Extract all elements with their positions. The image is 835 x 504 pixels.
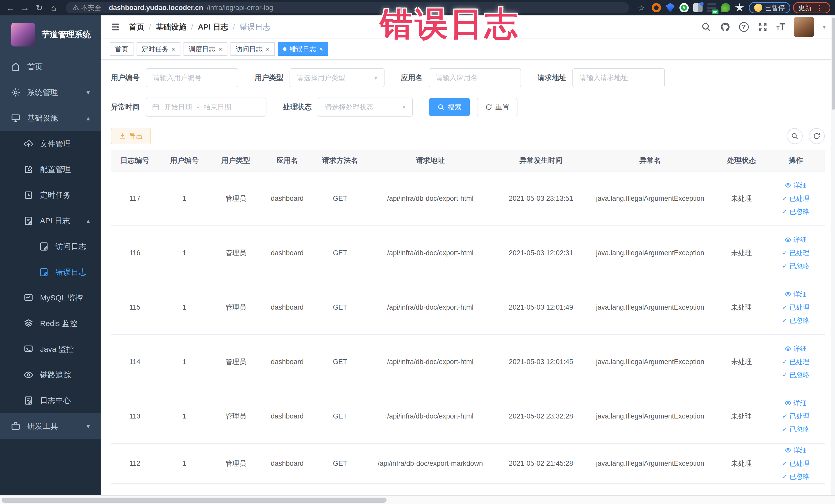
mark-ignored-link[interactable]: ✓已忽略 (782, 472, 809, 481)
date-separator: - (197, 103, 199, 111)
chevron-down-icon: ▾ (86, 422, 90, 430)
mark-processed-link[interactable]: ✓已处理 (782, 357, 809, 366)
browser-forward-icon[interactable]: → (19, 2, 31, 14)
cell-app-name: dashboard (262, 460, 313, 467)
tab-home[interactable]: 首页 (110, 42, 134, 56)
mark-ignored-link[interactable]: ✓已忽略 (782, 207, 809, 216)
detail-link[interactable]: 详细 (785, 181, 807, 190)
detail-link[interactable]: 详细 (785, 290, 807, 299)
close-icon[interactable]: × (171, 45, 175, 53)
sidebar-item-dev-tools[interactable]: 研发工具 ▾ (0, 414, 101, 439)
tab-job-log[interactable]: 调度日志 × (184, 42, 227, 56)
breadcrumb-item[interactable]: 首页 (129, 22, 144, 32)
scrollbar-thumb[interactable] (2, 498, 387, 503)
breadcrumb-separator: / (191, 23, 193, 31)
extensions-puzzle-icon[interactable] (735, 3, 744, 12)
address-bar[interactable]: 不安全 dashboard.yudao.iocoder.cn /infra/lo… (66, 2, 629, 13)
gear-icon (11, 87, 21, 97)
bookmark-star-icon[interactable]: ☆ (635, 2, 647, 14)
sidebar-item-scheduled-jobs[interactable]: 定时任务 (0, 182, 101, 208)
sidebar-item-redis-monitor[interactable]: Redis 监控 (0, 311, 101, 336)
font-size-icon[interactable]: TT (776, 22, 785, 32)
mark-ignored-link[interactable]: ✓已忽略 (782, 370, 809, 380)
sidebar-item-log-center[interactable]: 日志中心 (0, 388, 101, 414)
app-name-input[interactable] (429, 68, 521, 87)
request-url-input[interactable] (572, 68, 665, 87)
tab-error-log[interactable]: 错误日志 × (278, 42, 328, 56)
not-secure-warning[interactable]: 不安全 (73, 3, 101, 12)
browser-back-icon[interactable]: ← (5, 2, 16, 14)
sidebar-item-config-management[interactable]: 配置管理 (0, 157, 101, 182)
detail-link[interactable]: 详细 (785, 236, 807, 244)
hamburger-icon[interactable] (110, 21, 121, 33)
detail-link[interactable]: 详细 (785, 446, 807, 455)
horizontal-scrollbar[interactable] (0, 495, 835, 504)
mark-ignored-link[interactable]: ✓已忽略 (782, 425, 809, 434)
export-button[interactable]: 导出 (111, 128, 151, 144)
mark-ignored-link[interactable]: ✓已忽略 (782, 262, 809, 270)
breadcrumb-item[interactable]: 基础设施 (156, 22, 186, 32)
extension-icon[interactable] (721, 3, 730, 12)
mark-ignored-link[interactable]: ✓已忽略 (782, 316, 809, 325)
user-id-input[interactable] (146, 68, 238, 87)
sidebar-item-system[interactable]: 系统管理 ▾ (0, 80, 101, 105)
scrollbar-thumb[interactable] (832, 18, 835, 110)
sidebar-item-home[interactable]: 首页 (0, 54, 101, 80)
mark-processed-link[interactable]: ✓已处理 (782, 459, 809, 468)
profile-paused-badge[interactable]: 已暂停 (749, 2, 790, 13)
cell-exception-name: java.lang.IllegalArgumentException (588, 460, 712, 467)
extension-icon[interactable]: on (707, 3, 716, 12)
sidebar-item-mysql-monitor[interactable]: MySQL 监控 (0, 285, 101, 311)
help-icon[interactable]: ? (739, 22, 749, 32)
app-logo[interactable]: 芋道管理系统 (0, 15, 101, 54)
user-avatar[interactable] (794, 17, 814, 37)
url-host: dashboard.yudao.iocoder.cn (109, 4, 203, 12)
browser-reload-icon[interactable]: ↻ (33, 2, 45, 14)
extension-icon[interactable]: V (679, 3, 689, 12)
cell-status: 未处理 (712, 303, 771, 312)
mark-processed-link[interactable]: ✓已处理 (782, 194, 809, 203)
cell-user-type: 管理员 (210, 194, 262, 203)
toggle-search-button[interactable] (787, 128, 803, 144)
document-edit-icon (24, 396, 33, 405)
sidebar-item-access-log[interactable]: 访问日志 (0, 234, 101, 259)
browser-home-icon[interactable]: ⌂ (48, 2, 60, 14)
cell-status: 未处理 (712, 459, 771, 468)
mark-processed-link[interactable]: ✓已处理 (782, 303, 809, 312)
browser-menu-icon[interactable]: ⋮ (814, 3, 825, 12)
breadcrumb: 首页 / 基础设施 / API 日志 / 错误日志 (129, 22, 270, 32)
extension-icon[interactable] (693, 3, 702, 12)
sidebar-item-api-log[interactable]: API 日志 ▴ (0, 208, 101, 234)
browser-update-button[interactable]: 更新 ⋮ (793, 2, 830, 13)
detail-link[interactable]: 详细 (785, 344, 807, 353)
breadcrumb-item[interactable]: API 日志 (198, 22, 228, 32)
mark-processed-link[interactable]: ✓已处理 (782, 412, 809, 421)
sidebar-item-error-log[interactable]: 错误日志 (0, 259, 101, 285)
github-icon[interactable] (720, 22, 730, 32)
fullscreen-icon[interactable] (757, 22, 768, 32)
sidebar-item-file-management[interactable]: 文件管理 (0, 131, 101, 157)
search-icon[interactable] (701, 22, 711, 32)
sidebar-item-label: 系统管理 (27, 87, 58, 98)
tab-access-log[interactable]: 访问日志 × (230, 42, 274, 56)
user-type-select[interactable]: 请选择用户类型 ▾ (289, 68, 385, 87)
sidebar-item-trace[interactable]: 链路追踪 (0, 362, 101, 388)
mark-processed-link[interactable]: ✓已处理 (782, 248, 809, 258)
reset-button[interactable]: 重置 (477, 98, 517, 116)
sidebar-item-java-monitor[interactable]: Java 监控 (0, 336, 101, 362)
tab-scheduled-jobs[interactable]: 定时任务 × (137, 42, 180, 56)
vertical-scrollbar[interactable] (831, 15, 835, 495)
sidebar-item-infra[interactable]: 基础设施 ▴ (0, 105, 101, 131)
extension-icon[interactable] (652, 3, 661, 12)
close-icon[interactable]: × (265, 45, 269, 53)
search-button[interactable]: 搜索 (429, 98, 470, 116)
chevron-down-icon[interactable]: ▾ (823, 23, 826, 31)
extension-icon[interactable] (666, 3, 675, 12)
detail-link[interactable]: 详细 (785, 399, 807, 408)
table-row: 116 1 管理员 dashboard GET /api/infra/db-do… (111, 226, 825, 280)
process-status-select[interactable]: 请选择处理状态 ▾ (318, 98, 413, 117)
refresh-button[interactable] (809, 128, 825, 144)
close-icon[interactable]: × (219, 45, 222, 53)
close-icon[interactable]: × (319, 45, 323, 53)
date-range-picker[interactable]: 开始日期 - 结束日期 (146, 98, 266, 117)
